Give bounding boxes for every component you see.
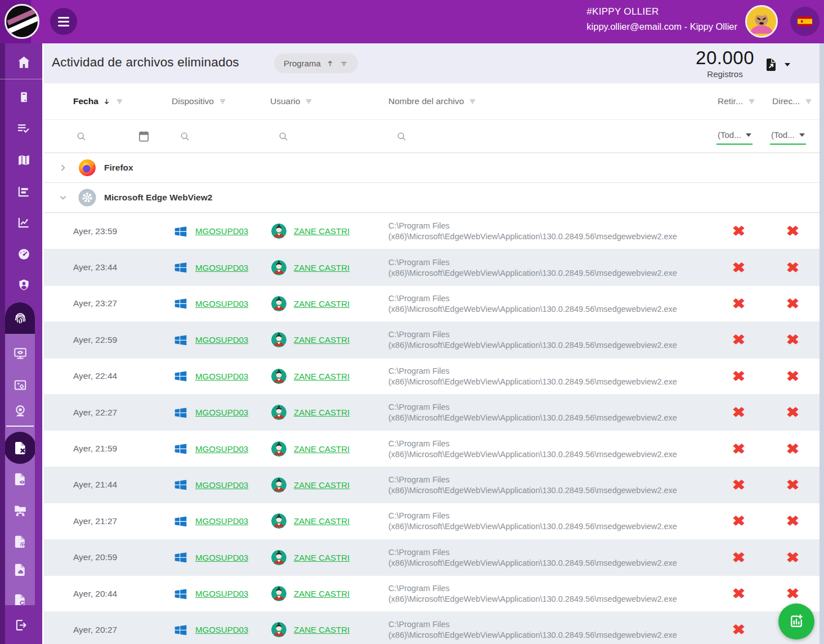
user-link[interactable]: ZANE CASTRI bbox=[294, 480, 350, 490]
sidebar-item-network-folder[interactable] bbox=[5, 496, 35, 525]
export-button[interactable] bbox=[763, 57, 790, 73]
retired-x-icon: ✖ bbox=[732, 513, 745, 529]
column-header-retirado[interactable]: Retir... bbox=[712, 96, 765, 106]
sidebar-item-logout[interactable] bbox=[0, 610, 42, 639]
windows-icon bbox=[173, 477, 188, 492]
add-report-fab[interactable] bbox=[778, 603, 814, 639]
sidebar-item-fingerprint[interactable] bbox=[5, 302, 35, 334]
filter-icon[interactable] bbox=[304, 97, 314, 105]
table-row: Ayer, 20:27 MGOSUPD03 ZANE CASTRI C:\Pro… bbox=[44, 611, 819, 644]
user-link[interactable]: ZANE CASTRI bbox=[294, 553, 350, 562]
device-link[interactable]: MGOSUPD03 bbox=[195, 372, 248, 381]
user-link[interactable]: ZANE CASTRI bbox=[294, 625, 350, 634]
column-header-fecha[interactable]: Fecha bbox=[44, 96, 160, 106]
file-path: C:\Program Files (x86)\Microsoft\EdgeWeb… bbox=[374, 330, 712, 350]
device-link[interactable]: MGOSUPD03 bbox=[195, 444, 248, 454]
row-time: Ayer, 22:59 bbox=[44, 335, 160, 345]
calendar-icon[interactable] bbox=[137, 130, 150, 143]
row-time: Ayer, 21:59 bbox=[44, 444, 160, 454]
table-row: Ayer, 22:59 MGOSUPD03 ZANE CASTRI C:\Pro… bbox=[44, 321, 819, 357]
sidebar-item-file-activity[interactable] bbox=[5, 464, 35, 494]
filter-icon[interactable] bbox=[804, 97, 813, 105]
file-path: C:\Program Files (x86)\Microsoft\EdgeWeb… bbox=[374, 258, 712, 278]
retired-x-icon: ✖ bbox=[732, 441, 745, 457]
column-header-dispositivo[interactable]: Dispositivo bbox=[160, 96, 259, 106]
sidebar-item-webcam[interactable] bbox=[5, 396, 35, 426]
menu-button[interactable] bbox=[50, 8, 77, 35]
search-icon[interactable] bbox=[179, 131, 191, 142]
user-avatar[interactable] bbox=[745, 5, 778, 38]
column-header-usuario[interactable]: Usuario bbox=[259, 96, 374, 106]
user-row-avatar bbox=[271, 622, 286, 637]
sidebar-item-devices[interactable] bbox=[5, 82, 42, 111]
filter-icon[interactable] bbox=[747, 97, 756, 105]
group-row-firefox[interactable]: Firefox bbox=[44, 153, 819, 183]
user-link[interactable]: ZANE CASTRI bbox=[294, 372, 350, 381]
search-icon[interactable] bbox=[75, 131, 87, 142]
sidebar-item-screen-monitor[interactable] bbox=[5, 339, 35, 368]
sidebar-item-home[interactable] bbox=[5, 47, 42, 77]
sidebar-item-file-settings[interactable] bbox=[5, 527, 35, 556]
fingerprint-icon bbox=[12, 310, 28, 326]
user-row-avatar bbox=[271, 477, 286, 493]
file-path: C:\Program Files (x86)\Microsoft\EdgeWeb… bbox=[374, 620, 712, 639]
device-link[interactable]: MGOSUPD03 bbox=[195, 408, 248, 417]
sidebar-item-tasks[interactable] bbox=[5, 114, 42, 143]
device-link[interactable]: MGOSUPD03 bbox=[195, 263, 248, 272]
file-path: C:\Program Files (x86)\Microsoft\EdgeWeb… bbox=[374, 366, 712, 386]
user-link[interactable]: ZANE CASTRI bbox=[294, 408, 350, 417]
filter-icon[interactable] bbox=[115, 97, 124, 105]
search-icon[interactable] bbox=[396, 131, 407, 142]
sidebar-item-deleted-files-active[interactable] bbox=[5, 432, 35, 464]
sidebar-item-dashboard[interactable] bbox=[5, 239, 42, 269]
user-link[interactable]: ZANE CASTRI bbox=[294, 516, 350, 526]
user-link[interactable]: ZANE CASTRI bbox=[294, 226, 350, 236]
sidebar-item-bar-chart[interactable] bbox=[5, 177, 42, 206]
retirado-filter-dropdown[interactable]: (Tod... bbox=[716, 128, 753, 145]
file-path: C:\Program Files (x86)\Microsoft\EdgeWeb… bbox=[374, 402, 712, 422]
file-cloud-icon bbox=[12, 562, 28, 578]
user-link[interactable]: ZANE CASTRI bbox=[294, 589, 350, 598]
brand-logo-icon[interactable] bbox=[5, 4, 39, 39]
sidebar-item-file-cloud[interactable] bbox=[5, 555, 35, 584]
user-link[interactable]: ZANE CASTRI bbox=[294, 263, 350, 272]
device-link[interactable]: MGOSUPD03 bbox=[195, 226, 248, 236]
user-link[interactable]: ZANE CASTRI bbox=[294, 335, 350, 345]
device-link[interactable]: MGOSUPD03 bbox=[195, 625, 248, 634]
chevron-down-icon bbox=[799, 133, 805, 137]
directorio-filter-dropdown[interactable]: (Tod... bbox=[770, 128, 806, 145]
search-icon[interactable] bbox=[277, 131, 289, 142]
scrollbar[interactable] bbox=[819, 43, 824, 644]
device-link[interactable]: MGOSUPD03 bbox=[195, 589, 248, 598]
device-link[interactable]: MGOSUPD03 bbox=[195, 299, 248, 308]
column-header-directorio[interactable]: Direc... bbox=[765, 96, 819, 106]
user-row-avatar bbox=[271, 550, 286, 565]
device-link[interactable]: MGOSUPD03 bbox=[195, 335, 248, 345]
filter-icon[interactable] bbox=[218, 97, 227, 105]
user-row-avatar bbox=[271, 260, 286, 275]
user-row-avatar bbox=[271, 223, 286, 239]
user-link[interactable]: ZANE CASTRI bbox=[294, 444, 350, 454]
language-button[interactable] bbox=[790, 7, 819, 36]
group-row-edge-webview[interactable]: Microsoft Edge WebView2 bbox=[44, 183, 819, 213]
logo-block bbox=[0, 0, 31, 43]
directory-x-icon: ✖ bbox=[786, 585, 799, 602]
sidebar-item-screenshots[interactable] bbox=[5, 370, 35, 400]
filter-icon[interactable] bbox=[468, 97, 477, 105]
sidebar-item-map[interactable] bbox=[5, 145, 42, 175]
row-time: Ayer, 22:27 bbox=[44, 408, 160, 418]
device-link[interactable]: MGOSUPD03 bbox=[195, 516, 248, 526]
sidebar-item-file-sync[interactable] bbox=[5, 585, 35, 605]
row-time: Ayer, 20:44 bbox=[44, 589, 160, 599]
device-link[interactable]: MGOSUPD03 bbox=[195, 480, 248, 490]
edge-webview-gear-icon bbox=[78, 188, 97, 207]
sort-chip-programa[interactable]: Programa bbox=[274, 53, 358, 73]
sidebar-nav bbox=[0, 43, 42, 644]
windows-icon bbox=[173, 296, 188, 311]
sidebar-item-security[interactable] bbox=[5, 270, 42, 299]
sidebar-item-line-chart[interactable] bbox=[5, 208, 42, 237]
page-header: Actividad de archivos eliminados Program… bbox=[44, 43, 819, 83]
device-link[interactable]: MGOSUPD03 bbox=[195, 553, 248, 562]
column-header-nombre[interactable]: Nombre del archivo bbox=[374, 96, 712, 106]
user-link[interactable]: ZANE CASTRI bbox=[294, 299, 350, 308]
